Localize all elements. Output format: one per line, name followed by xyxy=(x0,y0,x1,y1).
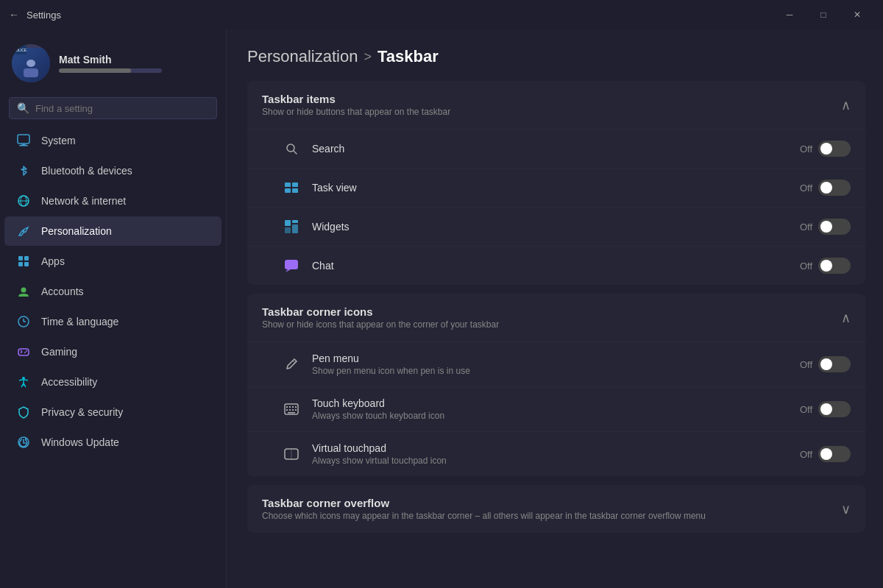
sidebar-item-windows_update[interactable]: Windows Update xyxy=(4,428,221,457)
setting-row-chat[interactable]: ChatOff xyxy=(247,246,865,285)
toggle-container-chat: Off xyxy=(800,258,851,274)
sidebar-item-system[interactable]: System xyxy=(4,126,221,155)
minimize-button[interactable]: ─ xyxy=(773,0,806,29)
svg-rect-35 xyxy=(292,220,298,223)
setting-row-widgets[interactable]: WidgetsOff xyxy=(247,207,865,246)
svg-point-21 xyxy=(24,352,26,353)
section-title-taskbar_corner_overflow: Taskbar corner overflow xyxy=(262,497,706,509)
user-section[interactable]: POLICE Matt Smith xyxy=(0,35,226,94)
setting-label-widgets: Widgets xyxy=(312,221,788,233)
svg-rect-12 xyxy=(24,262,29,266)
sidebar-item-apps[interactable]: Apps xyxy=(4,247,221,276)
section-subtitle-taskbar_corner_icons: Show or hide icons that appear on the co… xyxy=(262,319,499,330)
section-chevron-taskbar_corner_overflow: ∨ xyxy=(841,501,851,517)
breadcrumb-separator: > xyxy=(364,49,372,65)
close-button[interactable]: ✕ xyxy=(840,0,874,29)
toggle-container-pen_menu: Off xyxy=(800,356,851,372)
setting-text-task_view: Task view xyxy=(312,182,788,194)
setting-row-virtual_touchpad[interactable]: Virtual touchpadAlways show virtual touc… xyxy=(247,431,865,476)
svg-rect-36 xyxy=(285,227,291,233)
svg-rect-44 xyxy=(292,406,294,408)
setting-text-touch_keyboard: Touch keyboardAlways show touch keyboard… xyxy=(312,397,788,421)
sidebar-item-gaming[interactable]: Gaming xyxy=(4,337,221,366)
section-header-taskbar_corner_icons[interactable]: Taskbar corner iconsShow or hide icons t… xyxy=(247,294,865,341)
nav-list: SystemBluetooth & devicesNetwork & inter… xyxy=(0,125,226,458)
section-header-left-taskbar_corner_icons: Taskbar corner iconsShow or hide icons t… xyxy=(262,305,499,330)
svg-point-8 xyxy=(23,230,25,233)
sidebar-item-label-system: System xyxy=(41,135,76,146)
svg-rect-10 xyxy=(24,256,29,261)
toggle-task_view[interactable] xyxy=(818,180,851,196)
toggle-virtual_touchpad[interactable] xyxy=(818,446,851,462)
svg-point-20 xyxy=(26,350,27,352)
sidebar-item-label-personalization: Personalization xyxy=(41,225,112,237)
setting-row-task_view[interactable]: Task viewOff xyxy=(247,168,865,207)
toggle-container-task_view: Off xyxy=(800,180,851,196)
toggle-pen_menu[interactable] xyxy=(818,356,851,372)
sidebar-item-privacy[interactable]: Privacy & security xyxy=(4,397,221,427)
setting-label-pen_menu: Pen menu xyxy=(312,353,788,364)
setting-label-task_view: Task view xyxy=(312,182,788,194)
toggle-label-touch_keyboard: Off xyxy=(800,404,812,415)
section-header-taskbar_corner_overflow[interactable]: Taskbar corner overflowChoose which icon… xyxy=(247,485,865,533)
toggle-touch_keyboard[interactable] xyxy=(818,401,851,417)
toggle-search[interactable] xyxy=(818,141,851,157)
sidebar-item-label-time: Time & language xyxy=(41,316,118,327)
time-icon xyxy=(16,314,31,329)
widgets-icon xyxy=(283,218,300,235)
sidebar-item-network[interactable]: Network & internet xyxy=(4,186,221,216)
toggle-label-search: Off xyxy=(800,144,812,155)
toggle-thumb-widgets xyxy=(820,221,832,233)
setting-text-chat: Chat xyxy=(312,260,788,272)
sidebar-item-label-privacy: Privacy & security xyxy=(41,406,123,418)
toggle-container-widgets: Off xyxy=(800,219,851,235)
setting-label-touch_keyboard: Touch keyboard xyxy=(312,397,788,409)
svg-rect-4 xyxy=(19,145,28,146)
setting-row-touch_keyboard[interactable]: Touch keyboardAlways show touch keyboard… xyxy=(247,386,865,431)
svg-rect-1 xyxy=(24,68,38,77)
section-title-taskbar_items: Taskbar items xyxy=(262,93,450,105)
toggle-chat[interactable] xyxy=(818,258,851,274)
section-header-taskbar_items[interactable]: Taskbar itemsShow or hide buttons that a… xyxy=(247,81,865,129)
app-title: Settings xyxy=(26,10,61,21)
sidebar-item-label-accessibility: Accessibility xyxy=(41,376,97,388)
toggle-widgets[interactable] xyxy=(818,219,851,235)
svg-line-19 xyxy=(21,352,22,353)
setting-row-search[interactable]: SearchOff xyxy=(247,129,865,168)
setting-label-chat: Chat xyxy=(312,260,788,272)
section-taskbar_corner_icons: Taskbar corner iconsShow or hide icons t… xyxy=(247,294,865,476)
sidebar-item-label-gaming: Gaming xyxy=(41,346,77,358)
svg-line-40 xyxy=(293,361,295,363)
sidebar-item-time[interactable]: Time & language xyxy=(4,307,221,336)
setting-row-pen_menu[interactable]: Pen menuShow pen menu icon when pen is i… xyxy=(247,341,865,386)
search-input[interactable] xyxy=(35,103,209,114)
sidebar-item-personalization[interactable]: Personalization xyxy=(4,216,221,246)
sidebar-item-bluetooth[interactable]: Bluetooth & devices xyxy=(4,156,221,185)
setting-text-widgets: Widgets xyxy=(312,221,788,233)
chat-icon xyxy=(283,257,300,274)
sidebar-item-accounts[interactable]: Accounts xyxy=(4,277,221,306)
maximize-button[interactable]: □ xyxy=(806,0,840,29)
sidebar-item-accessibility[interactable]: Accessibility xyxy=(4,367,221,397)
window-controls: ─ □ ✕ xyxy=(773,0,874,29)
svg-rect-49 xyxy=(295,409,297,411)
user-progress-fill xyxy=(59,68,131,73)
svg-rect-33 xyxy=(292,188,298,193)
bluetooth-icon xyxy=(16,163,31,178)
svg-rect-38 xyxy=(285,260,298,269)
titlebar: ← Settings ─ □ ✕ xyxy=(0,0,883,29)
svg-rect-2 xyxy=(18,135,29,144)
privacy-icon xyxy=(16,405,31,419)
toggle-container-virtual_touchpad: Off xyxy=(800,446,851,462)
back-button[interactable]: ← xyxy=(9,9,19,21)
breadcrumb-current: Taskbar xyxy=(377,47,439,66)
search-icon xyxy=(283,140,300,157)
search-box[interactable]: 🔍 xyxy=(9,97,217,119)
section-subtitle-taskbar_items: Show or hide buttons that appear on the … xyxy=(262,107,450,117)
touch_keyboard-icon xyxy=(283,400,300,418)
toggle-thumb-task_view xyxy=(820,182,832,194)
toggle-container-touch_keyboard: Off xyxy=(800,401,851,417)
section-header-left-taskbar_corner_overflow: Taskbar corner overflowChoose which icon… xyxy=(262,497,706,521)
svg-rect-11 xyxy=(18,262,23,266)
svg-rect-47 xyxy=(289,409,291,411)
